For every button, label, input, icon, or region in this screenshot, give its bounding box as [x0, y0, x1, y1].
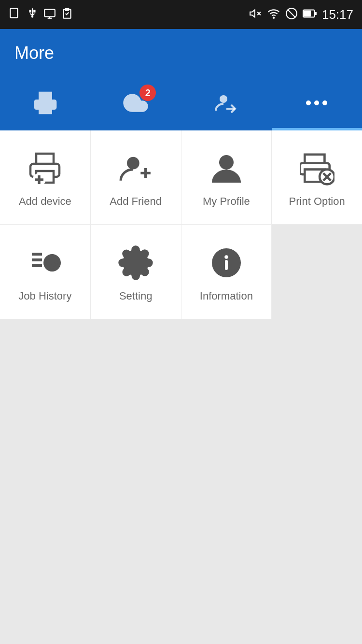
add-friend-cell[interactable]: Add Friend: [91, 130, 181, 225]
print-option-label: Print Option: [289, 195, 345, 208]
svg-point-16: [220, 95, 227, 103]
svg-rect-14: [304, 11, 311, 17]
printer-icon: [32, 89, 59, 116]
tab-bar: 2: [0, 77, 362, 130]
block-icon: [285, 7, 298, 22]
empty-area: [0, 319, 362, 638]
svg-line-12: [288, 10, 295, 17]
svg-point-2: [31, 15, 33, 17]
svg-rect-0: [10, 8, 17, 17]
add-friend-icon: [118, 151, 153, 187]
add-device-label: Add device: [19, 195, 71, 208]
grid-row-2: Job History Setting Information: [0, 225, 362, 319]
svg-rect-3: [44, 9, 55, 16]
login-tab-icon-wrap: [213, 89, 240, 116]
user-arrow-icon: [213, 89, 240, 116]
add-device-icon: [28, 151, 62, 187]
setting-icon: [118, 245, 153, 282]
cloud-badge: 2: [139, 85, 156, 101]
header: More: [0, 29, 362, 77]
tab-more[interactable]: [272, 77, 362, 129]
tab-cloud[interactable]: 2: [91, 77, 181, 129]
svg-point-25: [219, 155, 234, 170]
status-bar: 15:17: [0, 0, 362, 29]
status-time: 15:17: [322, 8, 353, 21]
setting-cell[interactable]: Setting: [91, 225, 181, 319]
status-bar-right: 15:17: [249, 7, 353, 22]
add-device-cell[interactable]: Add device: [0, 130, 91, 225]
print-option-cell[interactable]: Print Option: [272, 130, 362, 225]
print-option-icon: [300, 151, 334, 187]
screen-icon: [43, 7, 56, 22]
my-profile-cell[interactable]: My Profile: [181, 130, 272, 225]
status-bar-left: [9, 7, 73, 22]
information-icon: [209, 245, 244, 282]
tab-login[interactable]: [181, 77, 272, 129]
svg-point-10: [273, 17, 274, 18]
grid-section: Add device Add Friend: [0, 130, 362, 319]
page-title: More: [14, 43, 54, 63]
mute-icon: [249, 7, 262, 22]
add-friend-label: Add Friend: [110, 195, 162, 208]
svg-point-21: [127, 157, 139, 170]
wifi-icon: [267, 7, 280, 22]
more-dots: [306, 100, 327, 105]
dot-3: [322, 100, 327, 105]
setting-label: Setting: [119, 290, 153, 302]
dot-2: [314, 100, 319, 105]
grid-row-1: Add device Add Friend: [0, 130, 362, 225]
filler-cell: [272, 225, 362, 319]
tab-printer[interactable]: [0, 77, 91, 129]
svg-rect-15: [315, 12, 317, 15]
printer-tab-icon-wrap: [32, 89, 59, 116]
information-cell[interactable]: Information: [181, 225, 272, 319]
tablet-icon: [9, 7, 21, 22]
my-profile-icon: [209, 151, 244, 187]
dot-1: [306, 100, 311, 105]
job-history-label: Job History: [18, 290, 71, 302]
usb-icon: [26, 7, 39, 22]
my-profile-label: My Profile: [203, 195, 250, 208]
clipboard-icon: [61, 7, 73, 22]
battery-icon: [303, 7, 317, 22]
job-history-cell[interactable]: Job History: [0, 225, 91, 319]
information-label: Information: [200, 290, 253, 302]
svg-marker-7: [250, 10, 255, 17]
job-history-icon: [28, 245, 62, 282]
cloud-tab-icon-wrap: 2: [122, 89, 149, 116]
